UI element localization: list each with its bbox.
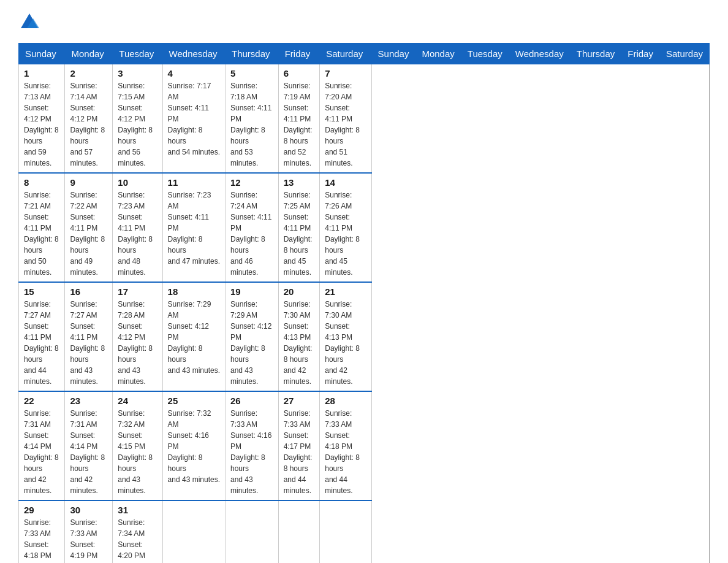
calendar-cell: 19Sunrise: 7:29 AMSunset: 4:12 PMDayligh… xyxy=(226,282,279,391)
weekday-header-wednesday: Wednesday xyxy=(162,44,225,64)
calendar-week-row: 15Sunrise: 7:27 AMSunset: 4:11 PMDayligh… xyxy=(19,282,710,391)
day-number: 14 xyxy=(325,177,366,188)
day-number: 29 xyxy=(24,505,59,515)
day-info: Sunrise: 7:33 AMSunset: 4:17 PMDaylight:… xyxy=(284,408,315,496)
day-info: Sunrise: 7:32 AMSunset: 4:16 PMDaylight:… xyxy=(168,408,220,485)
calendar-cell: 15Sunrise: 7:27 AMSunset: 4:11 PMDayligh… xyxy=(19,282,65,391)
day-number: 22 xyxy=(24,396,59,406)
day-number: 17 xyxy=(118,286,157,297)
day-info: Sunrise: 7:30 AMSunset: 4:13 PMDaylight:… xyxy=(325,299,366,387)
weekday-header-wednesday: Wednesday xyxy=(509,44,570,64)
day-number: 19 xyxy=(230,286,273,297)
day-info: Sunrise: 7:33 AMSunset: 4:19 PMDaylight:… xyxy=(70,517,107,563)
day-info: Sunrise: 7:33 AMSunset: 4:18 PMDaylight:… xyxy=(24,517,59,563)
calendar-week-row: 1Sunrise: 7:13 AMSunset: 4:12 PMDaylight… xyxy=(19,64,710,174)
logo xyxy=(18,12,40,32)
day-info: Sunrise: 7:29 AMSunset: 4:12 PMDaylight:… xyxy=(168,299,220,376)
weekday-header-friday: Friday xyxy=(621,44,660,64)
day-info: Sunrise: 7:28 AMSunset: 4:12 PMDaylight:… xyxy=(118,299,157,387)
day-info: Sunrise: 7:27 AMSunset: 4:11 PMDaylight:… xyxy=(70,299,107,387)
day-info: Sunrise: 7:15 AMSunset: 4:12 PMDaylight:… xyxy=(118,80,157,169)
day-number: 5 xyxy=(230,68,273,79)
day-number: 16 xyxy=(70,286,107,297)
day-info: Sunrise: 7:31 AMSunset: 4:14 PMDaylight:… xyxy=(24,408,59,496)
calendar-week-row: 29Sunrise: 7:33 AMSunset: 4:18 PMDayligh… xyxy=(19,500,710,563)
day-number: 8 xyxy=(24,177,59,188)
day-info: Sunrise: 7:20 AMSunset: 4:11 PMDaylight:… xyxy=(325,80,366,169)
calendar-cell: 28Sunrise: 7:33 AMSunset: 4:18 PMDayligh… xyxy=(320,391,371,500)
calendar-cell: 10Sunrise: 7:23 AMSunset: 4:11 PMDayligh… xyxy=(113,173,162,282)
weekday-header-tuesday: Tuesday xyxy=(113,44,162,64)
calendar-cell xyxy=(320,500,371,563)
calendar-cell: 20Sunrise: 7:30 AMSunset: 4:13 PMDayligh… xyxy=(278,282,320,391)
page-header xyxy=(18,12,710,32)
day-info: Sunrise: 7:23 AMSunset: 4:11 PMDaylight:… xyxy=(118,190,157,278)
calendar-cell: 21Sunrise: 7:30 AMSunset: 4:13 PMDayligh… xyxy=(320,282,371,391)
calendar-cell: 9Sunrise: 7:22 AMSunset: 4:11 PMDaylight… xyxy=(65,173,113,282)
weekday-header-tuesday: Tuesday xyxy=(461,44,509,64)
calendar-cell: 23Sunrise: 7:31 AMSunset: 4:14 PMDayligh… xyxy=(65,391,113,500)
weekday-header-friday: Friday xyxy=(278,44,320,64)
weekday-header-monday: Monday xyxy=(415,44,461,64)
calendar-cell: 30Sunrise: 7:33 AMSunset: 4:19 PMDayligh… xyxy=(65,500,113,563)
day-number: 13 xyxy=(284,177,315,188)
calendar-cell: 27Sunrise: 7:33 AMSunset: 4:17 PMDayligh… xyxy=(278,391,320,500)
day-info: Sunrise: 7:13 AMSunset: 4:12 PMDaylight:… xyxy=(24,80,59,169)
day-info: Sunrise: 7:21 AMSunset: 4:11 PMDaylight:… xyxy=(24,190,59,278)
weekday-header-thursday: Thursday xyxy=(226,44,279,64)
calendar-cell xyxy=(226,500,279,563)
day-info: Sunrise: 7:17 AMSunset: 4:11 PMDaylight:… xyxy=(168,80,220,158)
calendar-week-row: 22Sunrise: 7:31 AMSunset: 4:14 PMDayligh… xyxy=(19,391,710,500)
calendar-cell: 11Sunrise: 7:23 AMSunset: 4:11 PMDayligh… xyxy=(162,173,225,282)
day-number: 1 xyxy=(24,68,59,79)
day-number: 4 xyxy=(168,68,220,79)
day-number: 3 xyxy=(118,68,157,79)
calendar-cell: 18Sunrise: 7:29 AMSunset: 4:12 PMDayligh… xyxy=(162,282,225,391)
day-number: 23 xyxy=(70,396,107,406)
calendar-cell xyxy=(162,500,225,563)
calendar-cell: 8Sunrise: 7:21 AMSunset: 4:11 PMDaylight… xyxy=(19,173,65,282)
day-number: 2 xyxy=(70,68,107,79)
day-number: 20 xyxy=(284,286,315,297)
day-number: 6 xyxy=(284,68,315,79)
day-number: 12 xyxy=(230,177,273,188)
day-number: 9 xyxy=(70,177,107,188)
day-number: 30 xyxy=(70,505,107,515)
calendar-week-row: 8Sunrise: 7:21 AMSunset: 4:11 PMDaylight… xyxy=(19,173,710,282)
calendar-cell: 13Sunrise: 7:25 AMSunset: 4:11 PMDayligh… xyxy=(278,173,320,282)
calendar-cell xyxy=(278,500,320,563)
day-number: 18 xyxy=(168,286,220,297)
day-info: Sunrise: 7:18 AMSunset: 4:11 PMDaylight:… xyxy=(230,80,273,169)
calendar-cell: 17Sunrise: 7:28 AMSunset: 4:12 PMDayligh… xyxy=(113,282,162,391)
weekday-header-monday: Monday xyxy=(65,44,113,64)
day-number: 27 xyxy=(284,396,315,406)
day-info: Sunrise: 7:23 AMSunset: 4:11 PMDaylight:… xyxy=(168,190,220,267)
day-info: Sunrise: 7:31 AMSunset: 4:14 PMDaylight:… xyxy=(70,408,107,496)
day-number: 21 xyxy=(325,286,366,297)
calendar-cell: 2Sunrise: 7:14 AMSunset: 4:12 PMDaylight… xyxy=(65,64,113,174)
day-number: 25 xyxy=(168,396,220,406)
day-info: Sunrise: 7:19 AMSunset: 4:11 PMDaylight:… xyxy=(284,80,315,169)
weekday-header-saturday: Saturday xyxy=(659,44,709,64)
calendar-cell: 24Sunrise: 7:32 AMSunset: 4:15 PMDayligh… xyxy=(113,391,162,500)
day-number: 31 xyxy=(118,505,157,515)
weekday-header-thursday: Thursday xyxy=(570,44,621,64)
calendar-cell: 6Sunrise: 7:19 AMSunset: 4:11 PMDaylight… xyxy=(278,64,320,174)
day-number: 26 xyxy=(230,396,273,406)
calendar-table: SundayMondayTuesdayWednesdayThursdayFrid… xyxy=(18,43,710,563)
day-number: 28 xyxy=(325,396,366,406)
day-info: Sunrise: 7:27 AMSunset: 4:11 PMDaylight:… xyxy=(24,299,59,387)
day-number: 15 xyxy=(24,286,59,297)
calendar-cell: 14Sunrise: 7:26 AMSunset: 4:11 PMDayligh… xyxy=(320,173,371,282)
day-info: Sunrise: 7:24 AMSunset: 4:11 PMDaylight:… xyxy=(230,190,273,278)
day-number: 7 xyxy=(325,68,366,79)
day-info: Sunrise: 7:33 AMSunset: 4:16 PMDaylight:… xyxy=(230,408,273,496)
weekday-header-row: SundayMondayTuesdayWednesdayThursdayFrid… xyxy=(19,44,710,64)
calendar-cell: 5Sunrise: 7:18 AMSunset: 4:11 PMDaylight… xyxy=(226,64,279,174)
calendar-cell: 26Sunrise: 7:33 AMSunset: 4:16 PMDayligh… xyxy=(226,391,279,500)
calendar-cell: 25Sunrise: 7:32 AMSunset: 4:16 PMDayligh… xyxy=(162,391,225,500)
calendar-cell: 3Sunrise: 7:15 AMSunset: 4:12 PMDaylight… xyxy=(113,64,162,174)
day-number: 10 xyxy=(118,177,157,188)
calendar-cell: 29Sunrise: 7:33 AMSunset: 4:18 PMDayligh… xyxy=(19,500,65,563)
weekday-header-sunday: Sunday xyxy=(371,44,415,64)
